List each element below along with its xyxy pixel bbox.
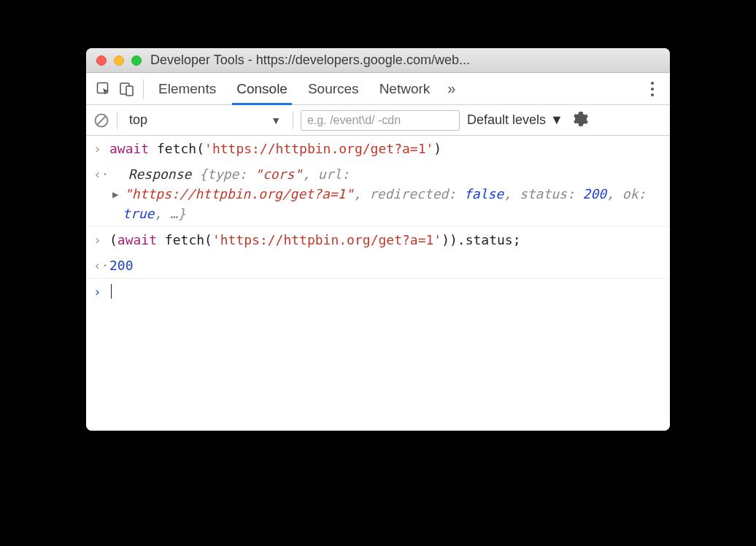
inspect-icon[interactable] xyxy=(92,77,115,101)
chevron-down-icon: ▼ xyxy=(550,112,563,128)
tab-elements[interactable]: Elements xyxy=(148,73,226,104)
console-toolbar: top ▼ Default levels ▼ xyxy=(86,105,670,136)
devtools-window: Developer Tools - https://developers.goo… xyxy=(86,48,670,431)
window-title: Developer Tools - https://developers.goo… xyxy=(150,53,660,68)
chevron-down-icon: ▼ xyxy=(271,115,281,126)
separator xyxy=(143,80,144,99)
execution-context-select[interactable]: top ▼ xyxy=(125,111,285,129)
clear-console-icon[interactable] xyxy=(93,112,109,128)
tab-sources[interactable]: Sources xyxy=(298,73,369,104)
console-expression: await fetch('https://httpbin.org/get?a=1… xyxy=(109,139,663,158)
minimize-icon[interactable] xyxy=(114,55,124,66)
log-levels-select[interactable]: Default levels ▼ xyxy=(467,112,563,128)
text-cursor xyxy=(111,284,112,299)
tab-network[interactable]: Network xyxy=(369,73,441,104)
more-tabs-icon[interactable]: » xyxy=(440,80,463,97)
titlebar[interactable]: Developer Tools - https://developers.goo… xyxy=(86,48,670,73)
close-icon[interactable] xyxy=(96,55,107,66)
zoom-icon[interactable] xyxy=(131,55,142,66)
input-prompt-icon: › xyxy=(93,282,109,301)
input-prompt-icon: › xyxy=(93,230,109,250)
separator xyxy=(293,112,293,129)
console-input-row: › await fetch('https://httpbin.org/get?a… xyxy=(86,136,670,161)
console-result-row[interactable]: ‹· 200 xyxy=(86,253,670,279)
console-input[interactable] xyxy=(109,282,663,301)
svg-line-4 xyxy=(97,116,106,125)
console-result: Response {type: "cors", url: ▶"https://h… xyxy=(109,164,663,223)
console-prompt-row[interactable]: › xyxy=(86,279,670,304)
console-result-row[interactable]: ‹· Response {type: "cors", url: ▶"https:… xyxy=(86,161,670,227)
output-prompt-icon: ‹· xyxy=(93,255,109,275)
svg-rect-2 xyxy=(126,86,133,96)
console-input-row: › (await fetch('https://httpbin.org/get?… xyxy=(86,227,670,253)
device-toggle-icon[interactable] xyxy=(115,77,139,101)
window-controls xyxy=(96,55,142,66)
settings-menu-icon[interactable] xyxy=(641,82,664,96)
tab-console[interactable]: Console xyxy=(226,73,298,104)
output-prompt-icon: ‹· xyxy=(93,164,109,223)
gear-icon[interactable] xyxy=(574,112,588,129)
console-output[interactable]: › await fetch('https://httpbin.org/get?a… xyxy=(86,136,670,431)
levels-label: Default levels xyxy=(467,112,546,128)
context-value: top xyxy=(129,112,147,128)
separator xyxy=(117,112,117,129)
input-prompt-icon: › xyxy=(93,139,109,158)
filter-input[interactable] xyxy=(301,110,460,131)
console-result: 200 xyxy=(109,255,663,275)
console-expression: (await fetch('https://httpbin.org/get?a=… xyxy=(109,230,663,250)
panel-tabbar: Elements Console Sources Network » xyxy=(86,73,670,105)
